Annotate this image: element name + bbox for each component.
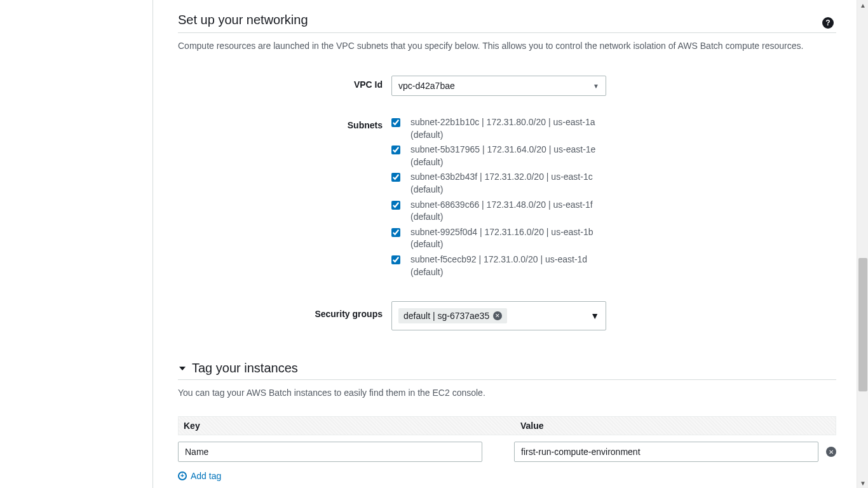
- tag-table-header: Key Value: [178, 416, 836, 435]
- plus-icon: +: [178, 471, 187, 480]
- subnet-label: subnet-22b1b10c | 172.31.80.0/20 | us-ea…: [410, 116, 607, 141]
- subnet-label: subnet-9925f0d4 | 172.31.16.0/20 | us-ea…: [410, 226, 607, 251]
- tag-section-description: You can tag your AWS Batch instances to …: [178, 386, 836, 400]
- scroll-up-icon[interactable]: ▲: [857, 0, 868, 10]
- security-groups-row: Security groups default | sg-6737ae35 ✕ …: [178, 301, 836, 330]
- subnet-item: subnet-63b2b43f | 172.31.32.0/20 | us-ea…: [391, 171, 836, 196]
- collapse-caret-icon[interactable]: [179, 367, 186, 370]
- subnets-label: Subnets: [178, 116, 391, 130]
- subnet-checkbox[interactable]: [391, 228, 400, 237]
- scrollbar-thumb[interactable]: [858, 258, 867, 391]
- help-icon[interactable]: ?: [822, 17, 834, 29]
- subnet-checkbox[interactable]: [391, 173, 400, 182]
- add-tag-label: Add tag: [191, 471, 221, 481]
- subnet-checkbox[interactable]: [391, 255, 400, 264]
- subnet-label: subnet-63b2b43f | 172.31.32.0/20 | us-ea…: [410, 171, 607, 196]
- tag-row: ✕: [178, 435, 836, 468]
- subnet-item: subnet-5b317965 | 172.31.64.0/20 | us-ea…: [391, 144, 836, 168]
- vpc-select[interactable]: vpc-d42a7bae ▼: [391, 76, 606, 96]
- subnet-label: subnet-f5cecb92 | 172.31.0.0/20 | us-eas…: [410, 254, 607, 278]
- vpc-label: VPC Id: [178, 76, 391, 90]
- tag-section-title: Tag your instances: [192, 361, 298, 376]
- page-scrollbar[interactable]: ▲ ▼: [857, 0, 868, 488]
- subnet-checkbox[interactable]: [391, 201, 400, 210]
- section-description: Compute resources are launched in the VP…: [178, 39, 836, 53]
- tag-section-header: Tag your instances: [178, 361, 836, 380]
- tag-key-input[interactable]: [178, 442, 482, 462]
- tag-table: Key Value ✕ + Add tag: [178, 416, 836, 481]
- left-panel-divider: [153, 0, 153, 488]
- main-content: Set up your networking ? Compute resourc…: [178, 0, 836, 488]
- security-groups-label: Security groups: [178, 301, 391, 319]
- remove-tag-icon[interactable]: ✕: [826, 447, 836, 457]
- networking-section: Set up your networking ? Compute resourc…: [178, 13, 836, 330]
- section-header: Set up your networking ?: [178, 13, 836, 33]
- subnet-item: subnet-f5cecb92 | 172.31.0.0/20 | us-eas…: [391, 254, 836, 278]
- subnet-item: subnet-22b1b10c | 172.31.80.0/20 | us-ea…: [391, 116, 836, 141]
- subnet-item: subnet-68639c66 | 172.31.48.0/20 | us-ea…: [391, 199, 836, 224]
- tag-header-key: Key: [184, 421, 520, 431]
- chevron-down-icon: ▼: [593, 83, 599, 90]
- add-tag-button[interactable]: + Add tag: [178, 471, 221, 481]
- tag-section: Tag your instances You can tag your AWS …: [178, 361, 836, 481]
- subnet-item: subnet-9925f0d4 | 172.31.16.0/20 | us-ea…: [391, 226, 836, 251]
- scroll-down-icon[interactable]: ▼: [857, 478, 868, 488]
- security-group-chip-label: default | sg-6737ae35: [403, 311, 489, 321]
- subnet-label: subnet-5b317965 | 172.31.64.0/20 | us-ea…: [410, 144, 607, 168]
- chevron-down-icon: ▼: [590, 311, 599, 321]
- section-title: Set up your networking: [178, 13, 308, 32]
- security-group-chip: default | sg-6737ae35 ✕: [398, 308, 507, 323]
- form-grid: VPC Id vpc-d42a7bae ▼ Subnets subnet-22b…: [178, 76, 836, 330]
- security-groups-select[interactable]: default | sg-6737ae35 ✕ ▼: [391, 301, 606, 330]
- subnet-checkbox[interactable]: [391, 118, 400, 127]
- subnets-row: Subnets subnet-22b1b10c | 172.31.80.0/20…: [178, 116, 836, 281]
- tag-header-value: Value: [520, 421, 831, 431]
- vpc-selected-value: vpc-d42a7bae: [398, 81, 455, 91]
- subnet-label: subnet-68639c66 | 172.31.48.0/20 | us-ea…: [410, 199, 607, 224]
- vpc-row: VPC Id vpc-d42a7bae ▼: [178, 76, 836, 96]
- subnet-list: subnet-22b1b10c | 172.31.80.0/20 | us-ea…: [391, 116, 836, 281]
- tag-value-input[interactable]: [514, 442, 818, 462]
- subnet-checkbox[interactable]: [391, 146, 400, 154]
- remove-chip-icon[interactable]: ✕: [493, 311, 502, 320]
